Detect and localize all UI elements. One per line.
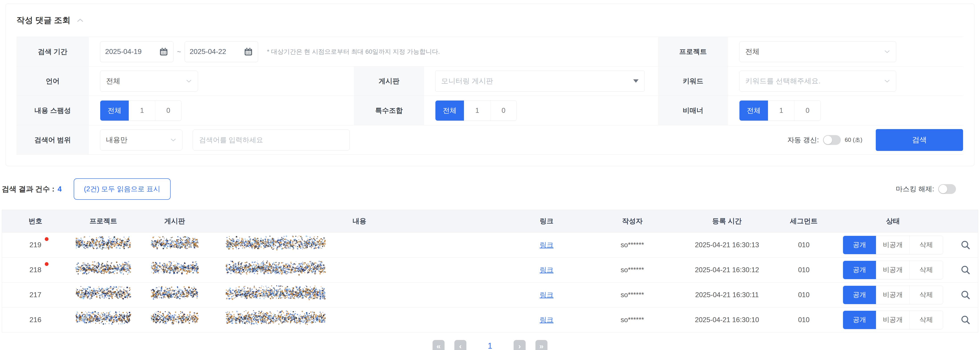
masking-toggle[interactable] bbox=[938, 184, 956, 194]
date-to-input[interactable]: 2025-04-22 bbox=[185, 41, 258, 62]
search-button[interactable]: 검색 bbox=[876, 129, 963, 151]
masked-content-text bbox=[226, 235, 326, 254]
masking-label: 마스킹 해제: bbox=[896, 184, 934, 194]
table-row: 219 링크 so****** 2025-04-21 16:30:13 010 … bbox=[2, 232, 978, 257]
search-form: 검색 기간 2025-04-19 ~ 2025-04-22 bbox=[16, 37, 964, 155]
masked-board-text bbox=[151, 286, 199, 304]
registered-time: 2025-04-21 16:30:10 bbox=[679, 307, 775, 332]
segment: 010 bbox=[775, 307, 833, 332]
link[interactable]: 링크 bbox=[540, 240, 554, 250]
calendar-icon bbox=[243, 47, 253, 56]
special-option-0[interactable]: 0 bbox=[490, 101, 517, 121]
spam-option-1[interactable]: 1 bbox=[129, 101, 155, 121]
author: so****** bbox=[585, 307, 679, 332]
board-select[interactable]: 모니터링 게시판 bbox=[435, 71, 644, 92]
first-page-button[interactable]: « bbox=[433, 340, 445, 350]
language-select[interactable]: 전체 bbox=[100, 71, 198, 92]
masked-project-text bbox=[75, 236, 131, 254]
masked-board-text bbox=[151, 236, 199, 254]
status-group: 공개 비공개 삭제 bbox=[843, 310, 943, 329]
keyword-select[interactable]: 키워드를 선택해주세요. bbox=[739, 71, 896, 92]
mark-all-read-button[interactable]: (2건) 모두 읽음으로 표시 bbox=[74, 178, 170, 200]
status-group: 공개 비공개 삭제 bbox=[843, 261, 943, 279]
panel-header: 작성 댓글 조회 bbox=[16, 4, 964, 37]
special-option-all[interactable]: 전체 bbox=[436, 101, 464, 121]
status-public-button[interactable]: 공개 bbox=[843, 236, 876, 254]
author: so****** bbox=[585, 257, 679, 282]
spam-option-0[interactable]: 0 bbox=[155, 101, 181, 121]
status-private-button[interactable]: 비공개 bbox=[876, 261, 909, 279]
status-private-button[interactable]: 비공개 bbox=[876, 286, 909, 304]
status-delete-button[interactable]: 삭제 bbox=[909, 236, 943, 254]
manner-option-all[interactable]: 전체 bbox=[740, 101, 768, 121]
status-public-button[interactable]: 공개 bbox=[843, 261, 876, 279]
masked-project-text bbox=[75, 286, 131, 304]
results-table-body: 219 링크 so****** 2025-04-21 16:30:13 010 … bbox=[2, 232, 978, 332]
unread-dot bbox=[45, 262, 49, 266]
search-panel: 작성 댓글 조회 검색 기간 2025-04-19 bbox=[6, 3, 974, 166]
auto-refresh-toggle[interactable] bbox=[823, 135, 841, 145]
results-count-label: 검색 결과 건수 : bbox=[2, 184, 54, 194]
date-from-input[interactable]: 2025-04-19 bbox=[100, 41, 173, 62]
manner-option-0[interactable]: 0 bbox=[794, 101, 821, 121]
spam-option-all[interactable]: 전체 bbox=[100, 101, 129, 121]
current-page[interactable]: 1 bbox=[485, 341, 495, 350]
view-detail-icon[interactable] bbox=[960, 240, 970, 250]
header-content: 내용 bbox=[212, 210, 508, 232]
language-select-value: 전체 bbox=[106, 76, 120, 86]
registered-time: 2025-04-21 16:30:13 bbox=[679, 233, 775, 257]
chevron-down-icon bbox=[186, 79, 192, 83]
board-select-placeholder: 모니터링 게시판 bbox=[441, 76, 493, 86]
form-row-scope: 검색어 범위 내용만 자동 갱신: 60 (초) 검색 bbox=[16, 125, 964, 155]
view-detail-icon[interactable] bbox=[960, 315, 970, 325]
status-private-button[interactable]: 비공개 bbox=[876, 311, 909, 329]
header-board: 게시판 bbox=[138, 210, 212, 232]
project-select[interactable]: 전체 bbox=[739, 41, 896, 62]
label-search-period: 검색 기간 bbox=[16, 37, 89, 66]
label-special: 특수조합 bbox=[354, 96, 424, 125]
form-row-filters-2: 내용 스팸성 전체 1 0 특수조합 전체 1 0 비매너 전체 bbox=[16, 96, 964, 125]
masked-project-text bbox=[75, 261, 131, 279]
registered-time: 2025-04-21 16:30:12 bbox=[679, 257, 775, 282]
status-group: 공개 비공개 삭제 bbox=[843, 286, 943, 304]
link[interactable]: 링크 bbox=[540, 265, 554, 275]
panel-title: 작성 댓글 조회 bbox=[16, 15, 71, 26]
link[interactable]: 링크 bbox=[540, 315, 554, 324]
last-page-button[interactable]: » bbox=[535, 340, 547, 350]
masked-project-text bbox=[75, 311, 131, 329]
row-number: 217 bbox=[29, 291, 41, 299]
scope-select[interactable]: 내용만 bbox=[100, 129, 182, 150]
label-spam: 내용 스팸성 bbox=[16, 96, 89, 125]
collapse-panel-icon[interactable] bbox=[77, 18, 84, 22]
view-detail-icon[interactable] bbox=[960, 290, 970, 300]
special-filter-group: 전체 1 0 bbox=[435, 100, 517, 121]
link[interactable]: 링크 bbox=[540, 290, 554, 300]
header-link: 링크 bbox=[508, 210, 585, 232]
prev-page-button[interactable]: ‹ bbox=[454, 340, 466, 350]
results-table: 번호 프로젝트 게시판 내용 링크 작성자 등록 시간 세그먼트 상태 219 … bbox=[2, 210, 978, 332]
label-language: 언어 bbox=[16, 66, 89, 96]
row-number: 218 bbox=[29, 266, 41, 274]
project-select-value: 전체 bbox=[745, 47, 759, 57]
header-detail bbox=[953, 210, 978, 232]
next-page-button[interactable]: › bbox=[514, 340, 526, 350]
status-private-button[interactable]: 비공개 bbox=[876, 236, 909, 254]
label-keyword: 키워드 bbox=[658, 66, 728, 96]
status-public-button[interactable]: 공개 bbox=[843, 311, 876, 329]
special-option-1[interactable]: 1 bbox=[464, 101, 490, 121]
search-term-input[interactable] bbox=[192, 129, 350, 150]
label-board: 게시판 bbox=[354, 66, 424, 96]
period-note: * 대상기간은 현 시점으로부터 최대 60일까지 지정 가능합니다. bbox=[267, 48, 440, 56]
segment: 010 bbox=[775, 257, 833, 282]
status-delete-button[interactable]: 삭제 bbox=[909, 286, 943, 304]
view-detail-icon[interactable] bbox=[960, 265, 970, 275]
date-range-separator: ~ bbox=[177, 48, 181, 56]
manner-option-1[interactable]: 1 bbox=[768, 101, 794, 121]
unread-dot bbox=[45, 237, 49, 241]
status-delete-button[interactable]: 삭제 bbox=[909, 261, 943, 279]
spam-filter-group: 전체 1 0 bbox=[100, 100, 181, 121]
status-public-button[interactable]: 공개 bbox=[843, 286, 876, 304]
registered-time: 2025-04-21 16:30:11 bbox=[679, 283, 775, 307]
row-number: 216 bbox=[29, 316, 41, 324]
status-delete-button[interactable]: 삭제 bbox=[909, 311, 943, 329]
